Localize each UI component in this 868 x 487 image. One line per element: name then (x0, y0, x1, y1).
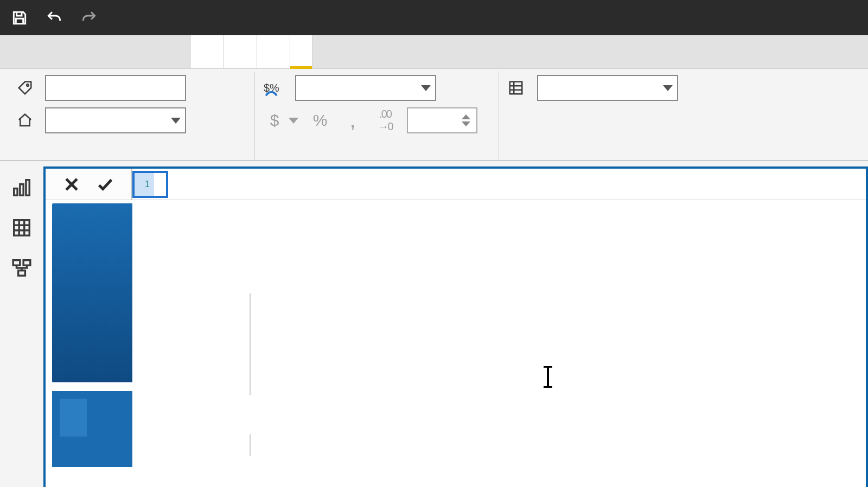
svg-point-0 (27, 84, 29, 86)
ribbon-group-formatting: $% $ % , .00→0 (255, 72, 499, 160)
chevron-down-icon (171, 118, 181, 124)
tag-icon (17, 80, 33, 96)
svg-rect-6 (14, 220, 30, 236)
currency-icon[interactable]: $ (264, 111, 285, 130)
format-icon: $% (264, 80, 282, 96)
formula-bar-header (46, 169, 866, 200)
tab-modeling[interactable] (93, 35, 126, 68)
report-card (52, 203, 137, 382)
ribbon-body: $% $ % , .00→0 (0, 69, 868, 161)
view-rail (0, 166, 43, 487)
group-label-formatting (264, 157, 490, 160)
indent-guide (250, 434, 251, 456)
indent-guide (250, 293, 251, 395)
data-view-icon[interactable] (11, 217, 32, 238)
formula-line-1-highlight[interactable]: 1 (132, 171, 168, 198)
group-label-properties (508, 157, 756, 160)
canvas: 1 (43, 166, 868, 487)
svg-rect-8 (23, 260, 30, 266)
percent-icon[interactable]: % (309, 111, 331, 130)
data-category-select[interactable] (537, 75, 678, 101)
home-table-select[interactable] (45, 107, 186, 133)
text-cursor-icon (547, 366, 549, 388)
name-label (17, 80, 39, 96)
title-bar (0, 0, 868, 35)
tab-insert[interactable] (61, 35, 93, 68)
model-view-icon[interactable] (11, 258, 32, 278)
chevron-down-icon (421, 85, 431, 91)
svg-rect-7 (13, 260, 20, 266)
ribbon-group-structure (8, 72, 255, 160)
svg-rect-4 (20, 184, 23, 196)
home-icon (17, 112, 33, 129)
tab-help[interactable] (158, 35, 191, 68)
report-view-icon[interactable] (11, 177, 32, 198)
tab-data-drill[interactable] (224, 35, 257, 68)
svg-rect-5 (26, 180, 29, 196)
cancel-formula-button[interactable] (62, 175, 81, 194)
decimals-icon[interactable]: .00→0 (374, 108, 396, 133)
content-area: 1 (0, 161, 868, 487)
spinner-icon[interactable] (460, 114, 472, 126)
ribbon-group-properties (499, 72, 765, 160)
tab-home[interactable] (28, 35, 61, 68)
tab-format[interactable] (191, 35, 224, 68)
tab-file[interactable] (8, 35, 28, 68)
group-label-structure (17, 157, 246, 160)
svg-rect-3 (14, 189, 17, 196)
redo-icon[interactable] (80, 9, 98, 27)
report-card-secondary (52, 391, 137, 467)
undo-icon[interactable] (46, 9, 63, 27)
ribbon-tabs (0, 35, 868, 69)
tab-view[interactable] (126, 35, 158, 68)
commit-formula-button[interactable] (96, 175, 114, 194)
chevron-down-icon[interactable] (289, 118, 298, 124)
data-category-icon (508, 80, 524, 96)
save-icon[interactable] (11, 9, 28, 27)
name-input[interactable] (45, 75, 186, 101)
format-select[interactable] (295, 75, 436, 101)
comma-icon[interactable]: , (342, 116, 363, 125)
formula-editor[interactable] (132, 200, 866, 487)
svg-rect-2 (510, 82, 522, 94)
home-table-label (17, 112, 39, 129)
tab-table-tools[interactable] (257, 35, 290, 68)
decimals-stepper[interactable] (407, 107, 477, 133)
chevron-down-icon (663, 85, 673, 91)
svg-rect-9 (18, 271, 25, 276)
tab-measure-tools[interactable] (290, 35, 312, 68)
